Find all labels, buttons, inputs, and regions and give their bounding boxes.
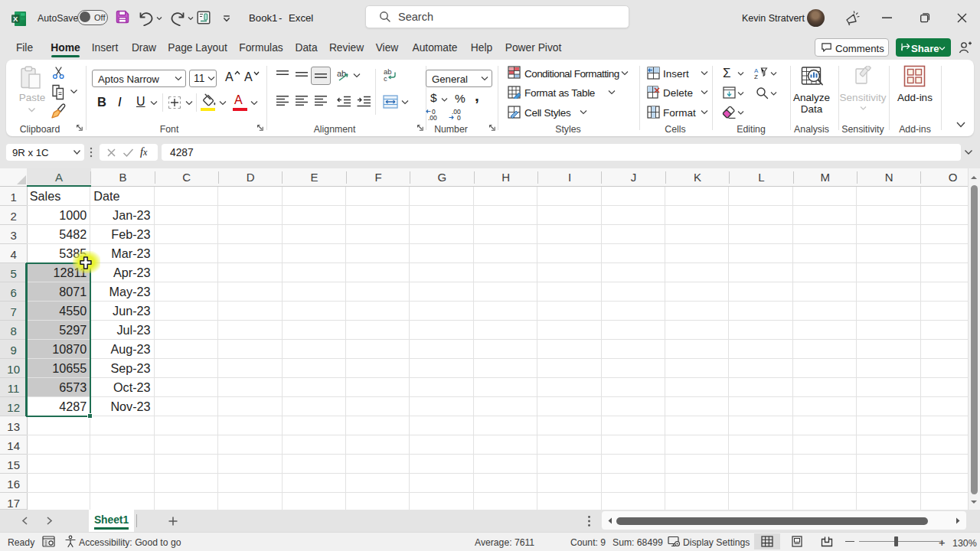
svg-text:Z: Z xyxy=(754,73,758,80)
svg-text:.00: .00 xyxy=(428,114,437,121)
svg-text:c: c xyxy=(384,74,387,82)
svg-text:0: 0 xyxy=(457,114,461,121)
svg-text:X: X xyxy=(13,15,18,23)
